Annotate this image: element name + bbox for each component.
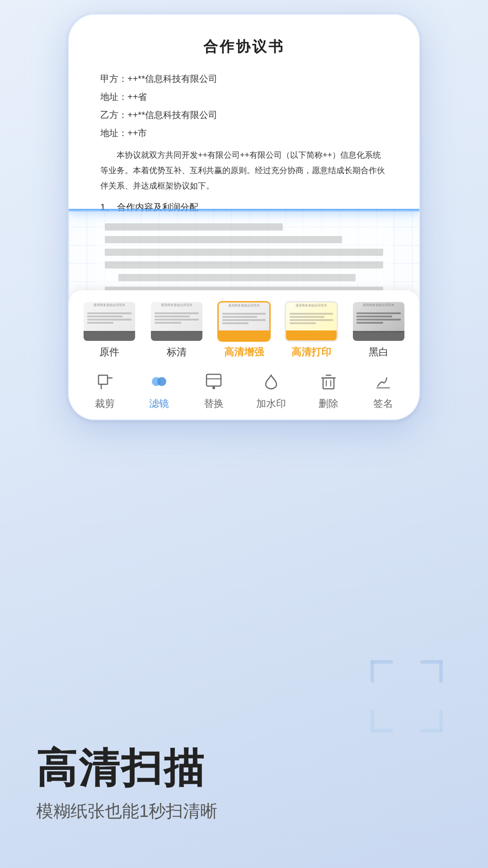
phone-mockup: 合作协议书 甲方：++**信息科技有限公司 地址：++省 乙方：++**信息科技… [68,14,420,420]
filter-thumb-hd-print: 通用商务基础合同范本 [285,301,338,342]
hero-section: 高清扫描 模糊纸张也能1秒扫清晰 [0,497,488,868]
filter-item-standard[interactable]: 通用商务基础合同范本 标清 [145,301,208,359]
svg-rect-0 [99,375,108,384]
document-area: 合作协议书 甲方：++**信息科技有限公司 地址：++省 乙方：++**信息科技… [69,14,419,222]
filter-label-bw: 黑白 [369,345,389,359]
toolbar-icons: 裁剪 滤镜 [78,370,410,410]
toolbar-replace[interactable]: 替换 [202,370,225,410]
filter-label: 滤镜 [149,397,169,410]
toolbar-filter[interactable]: 滤镜 [147,370,171,410]
doc-paragraph-1: 本协议就双方共同开发++有限公司++有限公司（以下简称++）信息化系统等业务。本… [100,147,388,194]
filter-thumb-standard: 通用商务基础合同范本 [150,301,203,342]
watermark-label: 加水印 [256,397,286,410]
scan-line [69,209,419,212]
doc-line-4: 地址：++市 [100,125,388,141]
filter-label-hd-print: 高清打印 [291,345,331,359]
crop-icon [93,370,117,393]
filter-item-original[interactable]: 通用商务基础合同范本 原件 [78,301,141,359]
document-title: 合作协议书 [100,37,388,57]
svg-point-4 [157,377,166,386]
phone-inner: 合作协议书 甲方：++**信息科技有限公司 地址：++省 乙方：++**信息科技… [69,14,419,420]
delete-label: 删除 [319,397,338,410]
doc-line-3: 乙方：++**信息科技有限公司 [100,107,388,123]
watermark-icon [259,370,283,393]
crop-label: 裁剪 [95,397,115,410]
filter-thumb-hd-enhanced: 通用商务基础合同范本 [217,301,271,342]
filter-label-standard: 标清 [167,345,187,359]
replace-icon [202,370,225,393]
filter-thumb-original: 通用商务基础合同范本 [83,301,136,342]
toolbar-crop[interactable]: 裁剪 [93,370,117,410]
sign-icon [371,370,395,393]
hero-main-title: 高清扫描 [36,746,452,791]
filter-label-original: 原件 [99,345,119,359]
filter-item-hd-enhanced[interactable]: 通用商务基础合同范本 高清增强 [212,301,275,359]
hero-sub-title: 模糊纸张也能1秒扫清晰 [36,800,452,823]
filter-label-hd-enhanced: 高清增强 [224,345,264,359]
bottom-panel: 通用商务基础合同范本 原件 [69,290,419,420]
toolbar-delete[interactable]: 删除 [317,370,340,410]
filter-thumb-bw: 通用商务基础合同范本 [352,301,405,342]
doc-line-1: 甲方：++**信息科技有限公司 [100,71,388,87]
svg-rect-9 [323,378,334,389]
sign-label: 签名 [373,397,393,410]
filter-item-bw[interactable]: 通用商务基础合同范本 黑白 [347,301,410,359]
toolbar-watermark[interactable]: 加水印 [256,370,286,410]
filter-item-hd-print[interactable]: 通用商务基础合同范本 高清打印 [280,301,343,359]
delete-icon [317,370,340,393]
filter-options: 通用商务基础合同范本 原件 [78,301,410,359]
toolbar-sign[interactable]: 签名 [371,370,395,410]
svg-rect-5 [206,374,221,386]
doc-line-2: 地址：++省 [100,89,388,105]
filter-dark-bar [91,333,127,339]
filter-icon [147,370,171,393]
replace-label: 替换 [204,397,224,410]
